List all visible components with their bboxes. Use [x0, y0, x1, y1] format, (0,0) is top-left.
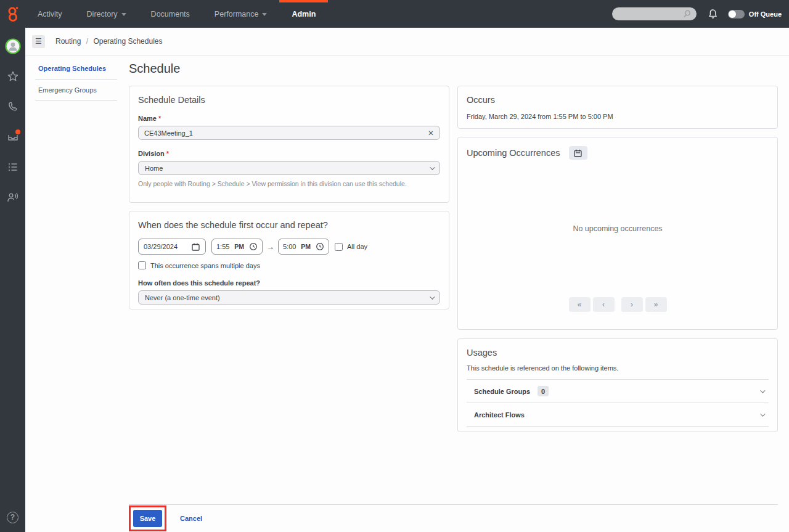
off-queue-label: Off Queue: [749, 10, 782, 18]
chevron-down-icon: [760, 388, 765, 393]
nav-activity-label: Activity: [38, 10, 62, 18]
last-page-button[interactable]: »: [645, 297, 667, 312]
notification-dot: [15, 129, 20, 134]
divider: [467, 426, 769, 427]
division-value: Home: [145, 165, 430, 172]
end-time-value: 5:00: [283, 243, 296, 250]
question-mark-icon: ?: [7, 512, 18, 523]
search-icon: [682, 9, 692, 18]
nav-directory-label: Directory: [87, 10, 118, 18]
toggle-knob: [729, 10, 736, 18]
to-arrow: →: [266, 242, 274, 252]
schedule-details-title: Schedule Details: [138, 95, 440, 105]
menu-toggle-button[interactable]: ☰: [32, 35, 45, 48]
previous-page-button[interactable]: ‹: [593, 297, 615, 312]
end-meridiem: PM: [301, 243, 311, 250]
nav-documents-label: Documents: [151, 10, 190, 18]
first-page-button[interactable]: «: [569, 297, 591, 312]
notifications-button[interactable]: [708, 9, 718, 20]
genesys-logo-icon: [0, 0, 25, 28]
help-button[interactable]: ?: [4, 509, 22, 526]
subnav-operating-schedules[interactable]: Operating Schedules: [25, 65, 128, 79]
breadcrumb: Routing / Operating Schedules: [55, 37, 162, 46]
required-asterisk: *: [166, 150, 169, 157]
breadcrumb-routing[interactable]: Routing: [55, 37, 81, 46]
section-subnav: Operating Schedules Emergency Groups: [25, 55, 128, 532]
action-bar: Save Cancel: [129, 504, 778, 532]
chevron-down-icon: [262, 13, 267, 16]
divider: [35, 100, 117, 101]
usage-row-schedule-groups[interactable]: Schedule Groups 0: [467, 380, 769, 403]
occurrence-title: When does the schedule first occur and r…: [138, 220, 440, 230]
name-input[interactable]: [144, 129, 424, 137]
queue-status-toggle[interactable]: [728, 10, 745, 18]
next-page-button[interactable]: ›: [621, 297, 643, 312]
save-button[interactable]: Save: [133, 510, 162, 527]
top-navigation: Activity Directory Documents Performance…: [0, 0, 789, 28]
spans-multiple-days-checkbox[interactable]: [138, 261, 146, 269]
repeat-value: Never (a one-time event): [145, 294, 430, 301]
favorites-button[interactable]: [4, 68, 22, 85]
schedule-groups-label: Schedule Groups: [474, 388, 530, 395]
usages-card: Usages This schedule is referenced on th…: [457, 338, 778, 432]
nav-directory[interactable]: Directory: [78, 0, 135, 28]
division-label: Division*: [138, 150, 440, 157]
occurs-card: Occurs Friday, March 29, 2024 from 1:55 …: [457, 86, 778, 129]
division-select[interactable]: Home: [138, 161, 440, 175]
chevron-down-icon: [121, 13, 126, 16]
calendar-icon: [191, 242, 200, 252]
queues-list-button[interactable]: [4, 158, 22, 176]
profile-avatar[interactable]: [4, 38, 22, 55]
required-asterisk: *: [158, 115, 161, 122]
architect-flows-label: Architect Flows: [474, 411, 525, 419]
chevron-down-icon: [760, 411, 765, 416]
date-value: 03/29/2024: [144, 243, 191, 250]
cancel-button[interactable]: Cancel: [180, 515, 202, 522]
start-meridiem: PM: [234, 243, 244, 250]
all-day-row: All day: [335, 243, 367, 251]
agent-speaking-icon: [6, 191, 19, 203]
division-help-text: Only people with Routing > Schedule > Vi…: [138, 180, 440, 187]
nav-documents[interactable]: Documents: [142, 0, 198, 28]
end-time-input[interactable]: 5:00 PM: [278, 239, 329, 255]
nav-admin-label: Admin: [292, 10, 316, 18]
usage-row-architect-flows[interactable]: Architect Flows: [467, 403, 769, 426]
view-calendar-button[interactable]: [569, 146, 587, 160]
usages-description: This schedule is referenced on the follo…: [467, 364, 769, 372]
spans-multiple-days-label: This occurrence spans multiple days: [150, 262, 260, 269]
upcoming-occurrences-title: Upcoming Occurrences: [467, 148, 560, 158]
interactions-button[interactable]: [4, 189, 22, 206]
nav-activity[interactable]: Activity: [29, 0, 71, 28]
calls-button[interactable]: [4, 98, 22, 115]
upcoming-occurrences-card: Upcoming Occurrences: [457, 137, 778, 330]
start-time-input[interactable]: 1:55 PM: [211, 239, 263, 255]
bell-icon: [708, 9, 718, 20]
avatar-icon: [5, 38, 21, 54]
all-day-checkbox[interactable]: [335, 243, 343, 251]
schedule-groups-count-badge: 0: [538, 386, 549, 396]
spans-multiple-days-row: This occurrence spans multiple days: [138, 261, 440, 269]
date-input[interactable]: 03/29/2024: [138, 239, 206, 255]
nav-admin[interactable]: Admin: [283, 0, 324, 28]
page-title: Schedule: [129, 62, 778, 76]
annotation-highlight: Save: [129, 505, 166, 531]
name-field-wrap: ✕: [138, 126, 440, 140]
primary-nav: Activity Directory Documents Performance…: [25, 0, 328, 28]
empty-state-text: No upcoming occurrences: [467, 160, 769, 297]
clear-name-button[interactable]: ✕: [424, 129, 434, 137]
occurs-text: Friday, March 29, 2024 from 1:55 PM to 5…: [467, 113, 769, 120]
all-day-label: All day: [347, 243, 367, 250]
usages-title: Usages: [467, 348, 769, 358]
start-time-value: 1:55: [216, 243, 229, 250]
main-content: Schedule Schedule Details Name* ✕: [128, 55, 789, 532]
breadcrumb-separator: /: [86, 37, 88, 46]
phone-icon: [7, 100, 19, 113]
repeat-select[interactable]: Never (a one-time event): [138, 290, 440, 305]
star-icon: [7, 70, 19, 83]
inbox-button[interactable]: [4, 128, 22, 145]
clock-icon: [249, 242, 258, 251]
breadcrumb-bar: ☰ Routing / Operating Schedules: [25, 28, 789, 55]
occurrences-pagination: « ‹ › »: [467, 297, 769, 312]
subnav-emergency-groups[interactable]: Emergency Groups: [25, 86, 128, 100]
nav-performance[interactable]: Performance: [206, 0, 276, 28]
